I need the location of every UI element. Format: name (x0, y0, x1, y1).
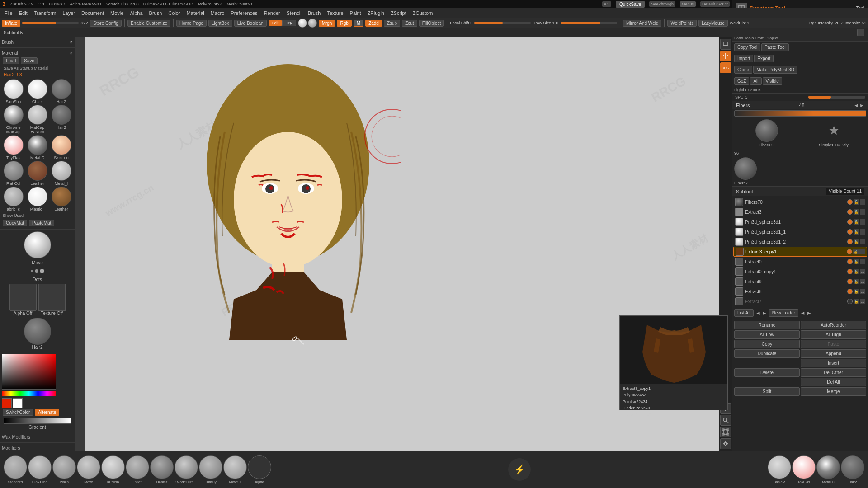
material-refresh-icon[interactable]: ↺ (69, 51, 73, 56)
mat-item-15[interactable]: Leather (50, 187, 73, 211)
switch-color-btn[interactable]: SwitchColor (3, 409, 33, 416)
mat-item-6[interactable]: Hair2 (50, 105, 73, 134)
menu-stencil[interactable]: Stencil (284, 9, 304, 17)
gradient-display[interactable] (4, 418, 71, 424)
list-all-right[interactable]: ► (762, 310, 767, 316)
fibers-header[interactable]: Fibers 48 ◄ ► (732, 101, 868, 109)
live-boolean-btn[interactable]: Live Boolean (234, 20, 267, 27)
edit-btn[interactable]: Edit (269, 20, 282, 26)
subtool-fibers70-lock[interactable]: 🔓 (854, 199, 859, 205)
fibers70-item[interactable]: Fibers70 (734, 119, 799, 147)
draw-btn[interactable]: Dr▶ (282, 20, 296, 26)
menu-preferences[interactable]: Preferences (228, 9, 260, 17)
subtool-extract3-visibility[interactable] (847, 209, 853, 215)
subtool-extract3-copy1-more[interactable]: … (859, 249, 865, 254)
subtool-extract0-lock[interactable]: 🔓 (854, 259, 859, 264)
zcut-btn[interactable]: Zcut (402, 20, 417, 27)
color-gradient[interactable] (2, 354, 56, 390)
subtool-fibers70-more[interactable]: … (860, 199, 865, 205)
bottom-brush-metalc-preview[interactable] (816, 455, 840, 479)
menu-zcustom[interactable]: ZCustom (410, 9, 436, 17)
draw-size-slider[interactable] (561, 22, 617, 24)
zsub-btn[interactable]: Zsub (384, 20, 400, 27)
make-polymesh-btn[interactable]: Make PolyMesh3D (753, 66, 797, 74)
clone-btn[interactable]: Clone (734, 66, 752, 74)
move-view-btn[interactable] (720, 438, 731, 449)
subtool-sphere1-2-more[interactable]: … (860, 239, 865, 244)
menu-macro[interactable]: Macro (208, 9, 227, 17)
mat-item-9[interactable]: Skin_nu (50, 135, 73, 160)
subtool-sphere1-2-lock[interactable]: 🔓 (854, 239, 859, 244)
bottom-brush-hair2-preview[interactable] (841, 455, 864, 479)
modifiers-title[interactable]: Modifiers (2, 445, 73, 451)
new-folder-btn[interactable]: New Folder (769, 309, 798, 317)
menu-zscript[interactable]: ZScript (388, 9, 409, 17)
new-folder-right[interactable]: ► (807, 310, 812, 316)
subtool-extract7-lock[interactable]: 🔓 (854, 299, 859, 304)
subtool-sphere1-1-visibility[interactable] (847, 229, 853, 235)
m-btn[interactable]: M (354, 20, 363, 27)
del-other-btn[interactable]: Del Other (801, 368, 866, 377)
subtool-extract8-more[interactable]: … (860, 289, 865, 294)
sym-btn[interactable] (720, 51, 731, 61)
subtool-extract0-copy1-more[interactable]: … (860, 269, 865, 274)
quicksave-btn[interactable]: QuickSave (616, 1, 645, 8)
del-all-btn[interactable]: Del All (801, 378, 866, 386)
paste-action-btn[interactable]: Paste (801, 340, 866, 348)
mrgh-btn[interactable]: Mrgh (319, 20, 335, 27)
mat-item-4[interactable]: Chrome MatCap (2, 105, 25, 134)
weld-points-btn[interactable]: WeldPoints (667, 20, 696, 27)
import-btn[interactable]: Import (734, 55, 753, 62)
rename-btn[interactable]: Rename (734, 321, 800, 329)
paste-tool-btn[interactable]: Paste Tool (761, 43, 789, 51)
toolbar-inflate[interactable]: Inflate (2, 20, 20, 27)
subtool-extract3-copy1-visibility[interactable] (847, 249, 852, 254)
lightbox-btn[interactable]: LightBox (208, 20, 232, 27)
subtool-extract8-lock[interactable]: 🔓 (854, 289, 859, 294)
hue-slider[interactable] (2, 391, 56, 396)
alternate-btn[interactable]: Alternate (35, 409, 59, 416)
bottom-brush-movet-preview[interactable] (223, 455, 247, 479)
store-config-btn[interactable]: Store Config (90, 20, 122, 27)
copy-mat-btn[interactable]: CopyMat (3, 220, 27, 226)
menu-layer[interactable]: Layer (60, 9, 78, 17)
subtool-extract3-lock[interactable]: 🔓 (854, 209, 859, 215)
subtool-header[interactable]: Subtool Visible Count 11 (732, 187, 868, 196)
xyz-btn[interactable]: XYZ (720, 62, 731, 73)
bottom-brush-toyflas-preview[interactable] (792, 455, 816, 479)
mat-item-5[interactable]: MatCap BasicM (26, 105, 49, 134)
append-btn[interactable]: Append (801, 349, 866, 358)
sphere-btn[interactable] (298, 19, 307, 28)
subtool-sphere1-2[interactable]: Pm3d_sphere3d1_2 🔓 … (733, 237, 867, 247)
mat-save-btn[interactable]: Save (21, 57, 38, 64)
auto-reorder-btn[interactable]: AutoReorder (801, 321, 866, 329)
all-high-btn[interactable]: All High (801, 330, 866, 339)
home-page-btn[interactable]: Home Page (176, 20, 207, 27)
fibers-left-arrow[interactable]: ◄ (854, 103, 859, 108)
menu-zplugin[interactable]: ZPlugin (365, 9, 387, 17)
menu-brush[interactable]: Brush (146, 9, 165, 17)
menu-alpha[interactable]: Alpha (127, 9, 145, 17)
menu-document[interactable]: Document (79, 9, 107, 17)
subtool-sphere1-more[interactable]: … (860, 219, 865, 225)
subtool-extract0-more[interactable]: … (860, 259, 865, 264)
merge-btn[interactable]: Merge (801, 387, 866, 396)
subtool-sphere1-1-lock[interactable]: 🔓 (854, 229, 859, 235)
enable-customize-btn[interactable]: Enable Customize (127, 20, 170, 27)
mat-item-13[interactable]: abric_c (2, 187, 25, 211)
fibers7-preview[interactable] (734, 157, 757, 180)
bottom-brush-standard-preview[interactable] (4, 455, 27, 479)
subtool-extract7-visibility[interactable] (847, 299, 853, 304)
material-title[interactable]: Material ↺ (2, 50, 73, 56)
subtool-extract0-copy1[interactable]: Extract0_copy1 🔓 … (733, 267, 867, 277)
bottom-brush-damst-preview[interactable] (150, 455, 174, 479)
new-folder-left[interactable]: ◄ (800, 310, 806, 316)
subtool-extract9-visibility[interactable] (847, 279, 853, 284)
inflate-slider[interactable] (22, 22, 79, 24)
bottom-brush-inflat-preview[interactable] (126, 455, 149, 479)
subtool-extract3-copy1[interactable]: Extract3_copy1 🔓 … (733, 247, 867, 257)
subtool-extract0-copy1-visibility[interactable] (847, 269, 853, 274)
fibers-right-arrow[interactable]: ► (859, 103, 864, 108)
color-swatch-red[interactable] (2, 398, 12, 408)
goz-btn[interactable]: GoZ (734, 77, 749, 85)
